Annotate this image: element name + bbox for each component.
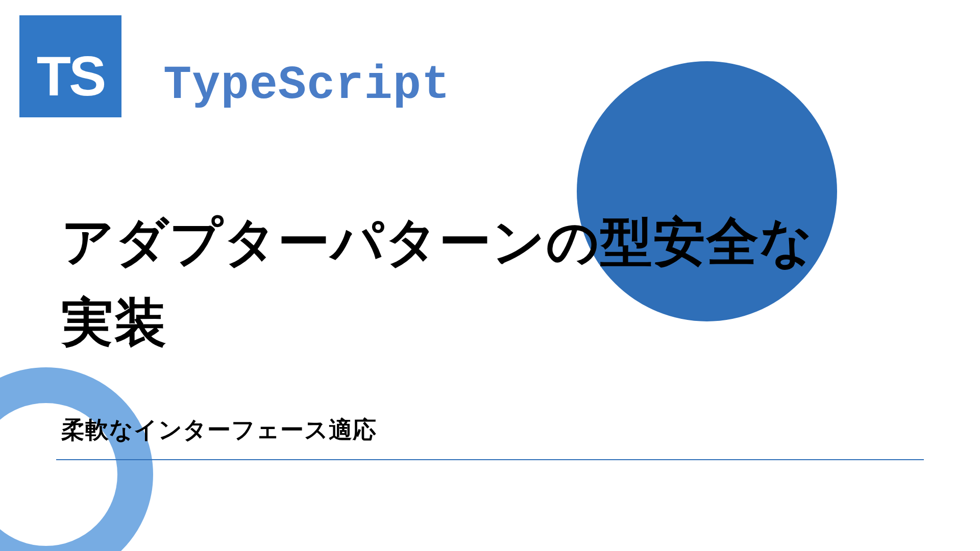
slide-canvas: TS TypeScript アダプターパターンの型安全な実装 柔軟なインターフェ… — [0, 0, 980, 551]
typescript-logo-text: TS — [37, 43, 105, 108]
divider-line — [56, 459, 924, 460]
brand-label: TypeScript — [163, 59, 450, 112]
typescript-logo: TS — [19, 15, 121, 117]
slide-title: アダプターパターンの型安全な実装 — [61, 202, 837, 363]
slide-subtitle: 柔軟なインターフェース適応 — [61, 414, 377, 446]
